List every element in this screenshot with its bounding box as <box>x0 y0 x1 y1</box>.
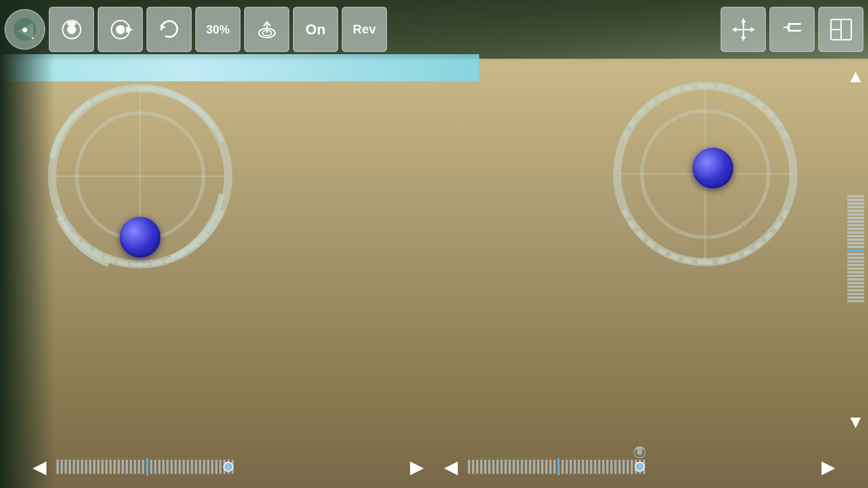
bottom-slider-right-track <box>468 457 811 476</box>
bottom-right-center-indicator <box>635 462 645 472</box>
bottom-left-tick-15 <box>118 460 120 474</box>
bottom-right-tick-15 <box>529 460 531 474</box>
bottom-right-tick-10 <box>509 460 511 474</box>
bottom-right-tick-29 <box>586 460 588 474</box>
on-button[interactable]: On <box>293 7 338 52</box>
layout-button[interactable] <box>818 7 863 52</box>
down-arrow-icon: ▼ <box>847 413 865 431</box>
bottom-right-tick-4 <box>484 460 486 474</box>
bottom-left-center-indicator <box>223 462 233 472</box>
video-icon <box>108 17 133 42</box>
bottom-left-tick-28 <box>170 460 173 474</box>
bottom-left-tick-11 <box>101 460 104 474</box>
bottom-left-tick-34 <box>195 460 197 474</box>
bottom-left-tick-26 <box>162 460 165 474</box>
right-tick-17 <box>847 257 864 259</box>
bottom-left-tick-7 <box>85 460 87 474</box>
joystick-left-ball[interactable] <box>120 217 160 258</box>
photo-button[interactable] <box>49 7 94 52</box>
bottom-right-tick-28 <box>582 460 584 474</box>
bottom-right-arrow-right[interactable]: ▶ <box>816 454 841 479</box>
bottom-right-tick-20 <box>549 460 552 474</box>
bottom-right-tick-36 <box>614 460 617 474</box>
bottom-left-tick-27 <box>166 460 169 474</box>
right-tick-27 <box>847 293 864 295</box>
bottom-left-tick-36 <box>203 460 205 474</box>
bottom-left-tick-29 <box>175 460 177 474</box>
bottom-right-tick-19 <box>545 460 547 474</box>
right-tick-23 <box>847 278 864 281</box>
right-tick-14 <box>847 246 864 248</box>
right-tick-19 <box>847 264 864 266</box>
bottom-left-arrow-right[interactable]: ▶ <box>405 454 429 479</box>
joystick-right[interactable] <box>610 79 800 269</box>
bottom-left-tick-19 <box>134 460 136 474</box>
bottom-right-arrow-left[interactable]: ◀ <box>439 454 463 479</box>
bottom-right-tick-37 <box>618 460 621 474</box>
bottom-right-tick-13 <box>521 460 523 474</box>
rev-button[interactable]: Rev <box>342 7 387 52</box>
joystick-left[interactable] <box>45 81 235 271</box>
right-tick-29 <box>847 300 864 302</box>
zoom-button[interactable]: 30% <box>195 7 241 52</box>
right-tick-6 <box>847 217 864 219</box>
bottom-right-tick-31 <box>594 460 596 474</box>
right-arrow-icon-1: ▶ <box>410 456 424 477</box>
return-button[interactable] <box>769 7 815 52</box>
bottom-left-arrow-left[interactable]: ◀ <box>27 454 52 479</box>
bottom-left-tick-40 <box>219 460 222 474</box>
back-button[interactable]: ◀ ● <box>5 9 45 50</box>
bottom-right-tick-8 <box>500 460 503 474</box>
back-arrow-icon: ◀ <box>17 19 33 40</box>
refresh-button[interactable] <box>146 7 192 52</box>
bottom-left-tick-18 <box>130 460 132 474</box>
bottom-left-tick-39 <box>215 460 217 474</box>
right-tick-4 <box>847 210 864 212</box>
bottom-right-tick-7 <box>496 460 499 474</box>
right-tick-28 <box>847 296 864 299</box>
bottom-left-tick-3 <box>69 460 71 474</box>
bottom-slider-left-group: ◀ ▶ <box>27 454 429 479</box>
bottom-left-tick-25 <box>158 460 160 474</box>
bottom-right-tick-3 <box>480 460 482 474</box>
right-tick-15 <box>847 249 864 252</box>
right-tick-26 <box>847 289 864 291</box>
right-slider: ▲ ▼ <box>843 63 868 434</box>
bottom-left-tick-12 <box>105 460 108 474</box>
bottom-right-tick-5 <box>488 460 491 474</box>
rev-label: Rev <box>353 22 376 37</box>
signal-icon <box>255 17 279 42</box>
right-slider-down[interactable]: ▼ <box>843 409 868 434</box>
bottom-left-tick-38 <box>211 460 213 474</box>
right-tick-10 <box>847 231 864 234</box>
move-icon: N <box>731 17 756 42</box>
right-tick-0 <box>847 195 864 197</box>
svg-text:N: N <box>742 22 745 26</box>
svg-marker-15 <box>741 37 746 41</box>
bottom-left-tick-17 <box>126 460 128 474</box>
right-slider-up[interactable]: ▲ <box>843 63 868 88</box>
right-tick-1 <box>847 199 864 201</box>
right-tick-8 <box>847 224 864 226</box>
joystick-right-ball[interactable] <box>693 148 733 188</box>
camera-icon <box>59 17 84 42</box>
svg-rect-34 <box>636 447 643 450</box>
bottom-left-tick-23 <box>150 460 152 474</box>
signal-button[interactable] <box>244 7 289 52</box>
right-tick-11 <box>847 235 864 237</box>
video-button[interactable] <box>98 7 143 52</box>
bottom-left-tick-9 <box>93 460 95 474</box>
right-tick-24 <box>847 282 864 284</box>
move-button[interactable]: N <box>721 7 766 52</box>
bottom-right-tick-27 <box>578 460 580 474</box>
bottom-right-tick-38 <box>623 460 625 474</box>
bottom-left-tick-31 <box>183 460 185 474</box>
on-label: On <box>306 21 326 38</box>
bottom-right-tick-2 <box>476 460 478 474</box>
bottom-right-tick-40 <box>631 460 633 474</box>
right-tick-25 <box>847 286 864 288</box>
bottom-right-tick-33 <box>602 460 604 474</box>
bottom-left-tick-21 <box>142 460 144 474</box>
zoom-label: 30% <box>206 23 230 37</box>
right-tick-22 <box>847 275 864 277</box>
